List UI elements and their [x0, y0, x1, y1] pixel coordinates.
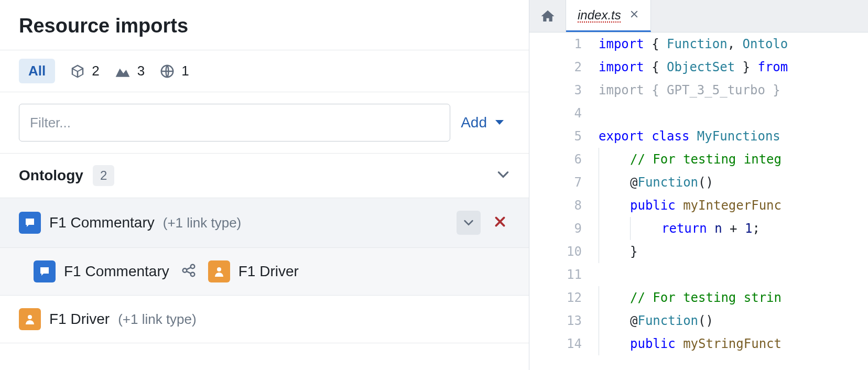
svg-point-1 [182, 268, 187, 273]
resource-row-f1-driver[interactable]: F1 Driver (+1 link type) [0, 296, 529, 343]
home-tab[interactable] [529, 0, 566, 32]
row-actions [457, 211, 510, 235]
filter-tabs: All 2 3 1 [0, 50, 529, 92]
person-icon [208, 260, 230, 282]
resource-name: F1 Driver [49, 311, 110, 328]
code-editor[interactable]: 1234567891011121314 import { Function, O… [529, 32, 868, 370]
line-gutter: 1234567891011121314 [529, 32, 599, 370]
panel-title: Resource imports [0, 0, 529, 50]
link-to-name: F1 Driver [238, 263, 299, 280]
comment-icon [34, 260, 56, 282]
tab-all[interactable]: All [19, 59, 55, 83]
filter-input[interactable] [19, 104, 450, 142]
close-tab-button[interactable] [630, 8, 639, 22]
add-button-label: Add [461, 114, 487, 131]
svg-point-4 [217, 267, 221, 271]
editor-tab-bar: index.ts [529, 0, 868, 32]
code-content[interactable]: import { Function, Ontoloimport { Object… [599, 32, 868, 370]
add-button[interactable]: Add [461, 114, 510, 131]
tab-cube[interactable]: 2 [70, 63, 99, 79]
link-type-badge: (+1 link type) [118, 311, 197, 328]
globe-icon [159, 63, 175, 79]
close-icon [630, 9, 639, 19]
svg-point-3 [190, 273, 194, 277]
resource-row-f1-commentary[interactable]: F1 Commentary (+1 link type) [0, 198, 529, 248]
link-row: F1 Commentary F1 Driver [0, 248, 529, 296]
remove-button[interactable] [490, 212, 510, 234]
link-icon [178, 263, 200, 280]
filter-row: Add [0, 92, 529, 154]
link-from-name: F1 Commentary [64, 263, 169, 280]
section-count-badge: 2 [93, 165, 114, 186]
tab-graph[interactable]: 3 [114, 63, 145, 79]
file-tab-index-ts[interactable]: index.ts [566, 0, 651, 32]
collapse-button[interactable] [457, 211, 481, 235]
cube-icon [70, 63, 85, 79]
chevron-down-icon[interactable] [496, 170, 510, 181]
person-icon [19, 308, 41, 330]
tab-graph-count: 3 [137, 63, 145, 79]
caret-down-icon [494, 119, 505, 126]
tab-globe[interactable]: 1 [159, 63, 189, 79]
section-title: Ontology [19, 167, 83, 184]
code-editor-panel: index.ts 1234567891011121314 import { Fu… [529, 0, 868, 370]
tab-cube-count: 2 [92, 63, 99, 79]
comment-icon [19, 212, 41, 234]
link-type-badge: (+1 link type) [163, 215, 242, 231]
area-chart-icon [114, 64, 131, 79]
resource-imports-panel: Resource imports All 2 3 1 Add [0, 0, 529, 370]
file-tab-name: index.ts [578, 8, 621, 23]
svg-point-2 [190, 265, 194, 269]
ontology-section-header[interactable]: Ontology 2 [0, 154, 529, 198]
tab-globe-count: 1 [181, 63, 189, 79]
svg-point-5 [28, 315, 32, 319]
home-icon [540, 8, 556, 24]
resource-name: F1 Commentary [49, 214, 155, 231]
